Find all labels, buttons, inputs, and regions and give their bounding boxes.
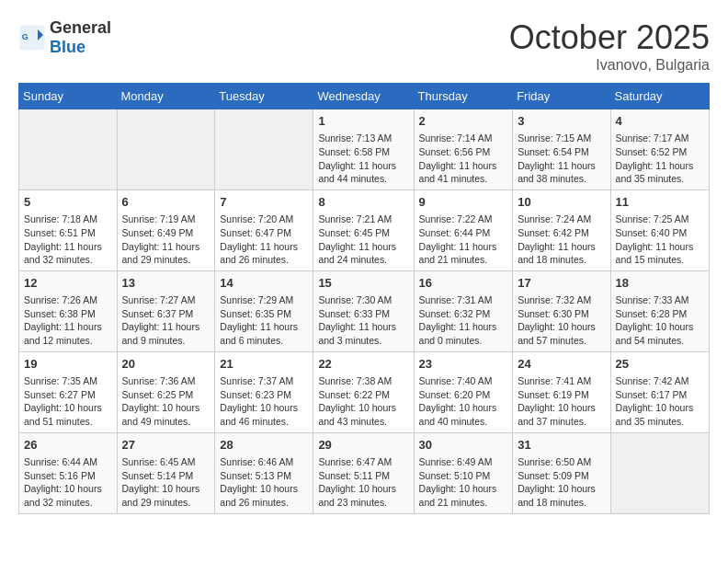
day-number: 23: [419, 356, 508, 373]
day-content: Sunrise: 6:45 AM Sunset: 5:14 PM Dayligh…: [122, 455, 210, 510]
day-cell: 6Sunrise: 7:19 AM Sunset: 6:49 PM Daylig…: [117, 190, 215, 270]
day-content: Sunrise: 7:40 AM Sunset: 6:20 PM Dayligh…: [419, 374, 508, 429]
day-cell: [610, 432, 709, 513]
day-cell: 3Sunrise: 7:15 AM Sunset: 6:54 PM Daylig…: [513, 109, 610, 190]
day-number: 20: [122, 356, 210, 373]
logo-icon: G: [18, 24, 46, 52]
day-content: Sunrise: 6:50 AM Sunset: 5:09 PM Dayligh…: [518, 455, 605, 510]
day-cell: 20Sunrise: 7:36 AM Sunset: 6:25 PM Dayli…: [117, 351, 215, 432]
logo-blue-text: Blue: [50, 38, 111, 57]
day-number: 8: [318, 194, 408, 211]
day-number: 26: [24, 437, 112, 454]
day-number: 24: [518, 356, 605, 373]
day-cell: 10Sunrise: 7:24 AM Sunset: 6:42 PM Dayli…: [513, 190, 610, 270]
day-content: Sunrise: 6:49 AM Sunset: 5:10 PM Dayligh…: [419, 455, 508, 510]
month-info: October 2025 Ivanovo, Bulgaria: [509, 18, 710, 74]
day-header-friday: Friday: [513, 84, 610, 109]
day-number: 13: [122, 275, 210, 292]
location: Ivanovo, Bulgaria: [509, 57, 710, 74]
day-cell: 7Sunrise: 7:20 AM Sunset: 6:47 PM Daylig…: [215, 190, 313, 270]
week-row-1: 1Sunrise: 7:13 AM Sunset: 6:58 PM Daylig…: [19, 109, 710, 190]
day-content: Sunrise: 6:47 AM Sunset: 5:11 PM Dayligh…: [318, 455, 408, 510]
day-content: Sunrise: 7:31 AM Sunset: 6:32 PM Dayligh…: [419, 293, 508, 348]
day-header-thursday: Thursday: [414, 84, 513, 109]
svg-text:G: G: [22, 32, 28, 41]
day-number: 1: [318, 113, 408, 130]
day-content: Sunrise: 7:13 AM Sunset: 6:58 PM Dayligh…: [318, 132, 408, 186]
day-cell: 2Sunrise: 7:14 AM Sunset: 6:56 PM Daylig…: [414, 109, 513, 190]
day-number: 12: [24, 275, 112, 292]
day-content: Sunrise: 7:17 AM Sunset: 6:52 PM Dayligh…: [616, 132, 704, 186]
day-number: 15: [318, 275, 408, 292]
day-number: 19: [24, 356, 112, 373]
day-number: 31: [518, 437, 605, 454]
day-cell: 8Sunrise: 7:21 AM Sunset: 6:45 PM Daylig…: [313, 190, 414, 270]
day-cell: 31Sunrise: 6:50 AM Sunset: 5:09 PM Dayli…: [513, 432, 610, 513]
page-header: G General Blue October 2025 Ivanovo, Bul…: [18, 18, 710, 74]
day-cell: 15Sunrise: 7:30 AM Sunset: 6:33 PM Dayli…: [313, 270, 414, 351]
day-cell: [215, 109, 313, 190]
day-number: 6: [122, 194, 210, 211]
day-cell: 13Sunrise: 7:27 AM Sunset: 6:37 PM Dayli…: [117, 270, 215, 351]
day-cell: 16Sunrise: 7:31 AM Sunset: 6:32 PM Dayli…: [414, 270, 513, 351]
day-cell: 9Sunrise: 7:22 AM Sunset: 6:44 PM Daylig…: [414, 190, 513, 270]
day-number: 5: [24, 194, 112, 211]
day-content: Sunrise: 7:25 AM Sunset: 6:40 PM Dayligh…: [616, 213, 704, 267]
day-cell: 24Sunrise: 7:41 AM Sunset: 6:19 PM Dayli…: [513, 351, 610, 432]
day-content: Sunrise: 7:35 AM Sunset: 6:27 PM Dayligh…: [24, 374, 112, 429]
day-number: 25: [616, 356, 704, 373]
day-content: Sunrise: 6:44 AM Sunset: 5:16 PM Dayligh…: [24, 455, 112, 510]
week-row-3: 12Sunrise: 7:26 AM Sunset: 6:38 PM Dayli…: [19, 270, 710, 351]
day-number: 22: [318, 356, 408, 373]
day-number: 14: [220, 275, 308, 292]
day-number: 28: [220, 437, 308, 454]
day-cell: 25Sunrise: 7:42 AM Sunset: 6:17 PM Dayli…: [610, 351, 709, 432]
day-content: Sunrise: 7:29 AM Sunset: 6:35 PM Dayligh…: [220, 293, 308, 348]
day-number: 30: [419, 437, 508, 454]
day-content: Sunrise: 6:46 AM Sunset: 5:13 PM Dayligh…: [220, 455, 308, 510]
day-number: 17: [518, 275, 605, 292]
day-content: Sunrise: 7:20 AM Sunset: 6:47 PM Dayligh…: [220, 213, 308, 267]
day-content: Sunrise: 7:18 AM Sunset: 6:51 PM Dayligh…: [24, 213, 112, 267]
day-content: Sunrise: 7:26 AM Sunset: 6:38 PM Dayligh…: [24, 293, 112, 348]
day-header-sunday: Sunday: [19, 84, 118, 109]
week-row-4: 19Sunrise: 7:35 AM Sunset: 6:27 PM Dayli…: [19, 351, 710, 432]
month-title: October 2025: [509, 18, 710, 57]
day-cell: 5Sunrise: 7:18 AM Sunset: 6:51 PM Daylig…: [19, 190, 118, 270]
day-header-saturday: Saturday: [610, 84, 709, 109]
day-content: Sunrise: 7:22 AM Sunset: 6:44 PM Dayligh…: [419, 213, 508, 267]
day-content: Sunrise: 7:14 AM Sunset: 6:56 PM Dayligh…: [419, 132, 508, 186]
day-cell: 11Sunrise: 7:25 AM Sunset: 6:40 PM Dayli…: [610, 190, 709, 270]
day-number: 3: [518, 113, 605, 130]
day-cell: 23Sunrise: 7:40 AM Sunset: 6:20 PM Dayli…: [414, 351, 513, 432]
day-number: 11: [616, 194, 704, 211]
day-header-tuesday: Tuesday: [215, 84, 313, 109]
day-number: 7: [220, 194, 308, 211]
day-cell: 14Sunrise: 7:29 AM Sunset: 6:35 PM Dayli…: [215, 270, 313, 351]
logo-general-text: General: [50, 18, 111, 38]
day-content: Sunrise: 7:38 AM Sunset: 6:22 PM Dayligh…: [318, 374, 408, 429]
day-cell: [117, 109, 215, 190]
day-cell: [19, 109, 118, 190]
day-number: 16: [419, 275, 508, 292]
days-header-row: SundayMondayTuesdayWednesdayThursdayFrid…: [19, 84, 710, 109]
day-number: 29: [318, 437, 408, 454]
day-cell: 22Sunrise: 7:38 AM Sunset: 6:22 PM Dayli…: [313, 351, 414, 432]
day-content: Sunrise: 7:42 AM Sunset: 6:17 PM Dayligh…: [616, 374, 704, 429]
day-content: Sunrise: 7:41 AM Sunset: 6:19 PM Dayligh…: [518, 374, 605, 429]
day-cell: 27Sunrise: 6:45 AM Sunset: 5:14 PM Dayli…: [117, 432, 215, 513]
day-cell: 4Sunrise: 7:17 AM Sunset: 6:52 PM Daylig…: [610, 109, 709, 190]
day-cell: 12Sunrise: 7:26 AM Sunset: 6:38 PM Dayli…: [19, 270, 118, 351]
day-cell: 17Sunrise: 7:32 AM Sunset: 6:30 PM Dayli…: [513, 270, 610, 351]
day-cell: 1Sunrise: 7:13 AM Sunset: 6:58 PM Daylig…: [313, 109, 414, 190]
day-content: Sunrise: 7:19 AM Sunset: 6:49 PM Dayligh…: [122, 213, 210, 267]
day-content: Sunrise: 7:24 AM Sunset: 6:42 PM Dayligh…: [518, 213, 605, 267]
day-number: 27: [122, 437, 210, 454]
week-row-2: 5Sunrise: 7:18 AM Sunset: 6:51 PM Daylig…: [19, 190, 710, 270]
day-number: 21: [220, 356, 308, 373]
day-cell: 19Sunrise: 7:35 AM Sunset: 6:27 PM Dayli…: [19, 351, 118, 432]
day-content: Sunrise: 7:27 AM Sunset: 6:37 PM Dayligh…: [122, 293, 210, 348]
day-cell: 29Sunrise: 6:47 AM Sunset: 5:11 PM Dayli…: [313, 432, 414, 513]
day-cell: 30Sunrise: 6:49 AM Sunset: 5:10 PM Dayli…: [414, 432, 513, 513]
day-number: 10: [518, 194, 605, 211]
